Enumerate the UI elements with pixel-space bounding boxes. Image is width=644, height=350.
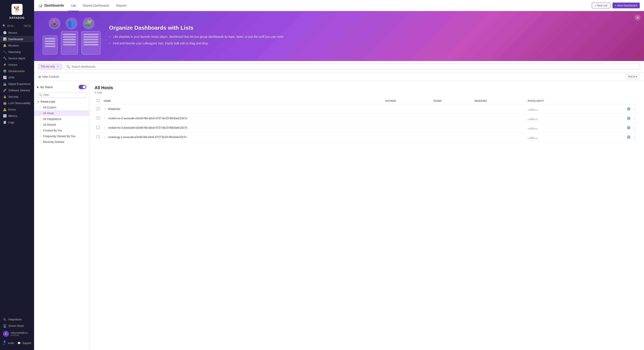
left-panel: ▶ My Teams 🔍 ▼ Preset Lists ☆ All Custom… xyxy=(34,81,90,350)
banner-close-button[interactable]: × xyxy=(635,15,640,21)
row-star-button[interactable]: ☆ xyxy=(104,135,106,139)
screen-share-icon: 🖥️ xyxy=(3,324,6,328)
row-teams-cell xyxy=(431,104,472,114)
row-more-icon[interactable]: ⋮ xyxy=(632,135,637,139)
sidebar-item-label: Metrics xyxy=(8,114,17,117)
software-delivery-icon: 🚀 xyxy=(3,89,6,92)
banner-illustration: 🕹️ 👥 🧩 xyxy=(42,18,100,55)
pop-bar xyxy=(533,118,534,120)
preset-list-item-all-shared[interactable]: ☆ All Shared xyxy=(34,122,89,127)
tab-shared-dashboards[interactable]: Shared Dashboards xyxy=(80,0,112,11)
select-all-checkbox[interactable] xyxy=(97,99,100,102)
sidebar-item-llm-observability[interactable]: 🤖 LLM Observability xyxy=(0,100,34,106)
popularity-bars xyxy=(528,107,589,111)
sidebar-nav: 🕐 Recent 📊 Dashboards 🔔 Monitors 🐾 Watch… xyxy=(0,30,34,314)
row-checkbox[interactable] xyxy=(97,117,100,119)
row-star-button[interactable]: ☆ xyxy=(104,117,106,120)
star-icon[interactable]: ☆ xyxy=(39,112,42,115)
row-checkbox[interactable] xyxy=(97,107,100,110)
row-checkbox[interactable] xyxy=(97,126,100,129)
global-search[interactable]: 🔍 Go to... ⌘ + K xyxy=(0,22,34,30)
app-logo-icon: 🐕 xyxy=(12,4,22,15)
sidebar-item-dashboards[interactable]: 📊 Dashboards xyxy=(0,36,34,42)
recent-icon: 🕐 xyxy=(3,31,6,34)
banner-cards xyxy=(42,31,100,55)
sidebar-item-software-delivery[interactable]: 🚀 Software Delivery xyxy=(0,87,34,93)
sidebar-item-support[interactable]: 💬 Support xyxy=(16,339,33,347)
pop-bar xyxy=(535,138,536,139)
pop-bar xyxy=(535,129,536,129)
sidebar-item-integrations[interactable]: 🔌 Integrations xyxy=(0,316,34,323)
panel-filter-input[interactable] xyxy=(44,93,84,96)
sidebar-item-security[interactable]: 🔒 Security xyxy=(0,93,34,100)
preset-lists-header[interactable]: ▼ Preset Lists xyxy=(34,99,89,104)
new-dashboard-button[interactable]: + New Dashboard xyxy=(612,3,640,8)
row-star-button[interactable]: ☆ xyxy=(104,107,106,111)
sidebar-item-label: Security xyxy=(8,95,18,98)
sidebar-item-monitors[interactable]: 🔔 Monitors xyxy=(0,42,34,49)
preset-list-item-frequently-viewed[interactable]: ☆ Frequently Viewed By You xyxy=(34,133,89,139)
star-icon[interactable]: ☆ xyxy=(39,106,42,109)
list-title: All Hosts xyxy=(94,85,639,90)
star-icon[interactable]: ☆ xyxy=(39,117,42,120)
star-icon[interactable]: ☆ xyxy=(39,135,42,138)
preset-list-item-recently-deleted[interactable]: ☆ Recently Deleted xyxy=(34,139,89,145)
row-modified-cell xyxy=(472,114,526,123)
row-more-icon[interactable]: ⋮ xyxy=(632,116,637,121)
preset-list-item-all-hosts[interactable]: ☆ All Hosts xyxy=(34,110,89,116)
preset-list-item-all-custom[interactable]: ☆ All Custom xyxy=(34,104,89,110)
row-settings-icon[interactable]: ⚙️ xyxy=(626,125,631,130)
sidebar-item-metrics[interactable]: 📉 Metrics xyxy=(0,113,34,119)
star-icon[interactable]: ☆ xyxy=(39,123,42,126)
star-icon[interactable]: ☆ xyxy=(39,129,42,132)
sidebar-item-infrastructure[interactable]: ⚙️ Infrastructure xyxy=(0,68,34,74)
sidebar-item-recent[interactable]: 🕐 Recent xyxy=(0,30,34,36)
my-teams-toggle[interactable] xyxy=(78,85,86,89)
row-settings-icon[interactable]: ⚙️ xyxy=(626,135,631,139)
user-org: exoscale xyxy=(11,334,30,336)
sidebar: 🐕 DATADOG 🔍 Go to... ⌘ + K 🕐 Recent 📊 Da… xyxy=(0,0,34,350)
preset-list-item-all-integrations[interactable]: ☆ All Integrations xyxy=(34,116,89,122)
row-actions-cell: ⚙️ ⋮ xyxy=(591,104,639,114)
sidebar-item-screen-share[interactable]: 🖥️ Screen Share xyxy=(0,323,34,329)
th-popularity: POPULARITY xyxy=(526,97,591,104)
pop-bar xyxy=(532,137,532,139)
tab-reports[interactable]: Reports xyxy=(113,0,130,11)
row-more-icon[interactable]: ⋮ xyxy=(632,106,637,111)
star-icon[interactable]: ☆ xyxy=(39,140,42,143)
row-settings-icon[interactable]: ⚙️ xyxy=(626,106,631,111)
row-checkbox[interactable] xyxy=(97,135,100,138)
sidebar-item-logs[interactable]: 📋 Logs xyxy=(0,119,34,125)
service-mgmt-icon: 🔧 xyxy=(3,57,6,60)
pop-bar xyxy=(535,110,536,111)
row-checkbox-cell xyxy=(94,104,102,114)
sidebar-item-watchdog[interactable]: 🐾 Watchdog xyxy=(0,49,34,55)
logs-icon: 📋 xyxy=(3,120,6,124)
sidebar-item-actions[interactable]: ⚡ Actions xyxy=(0,61,34,68)
sidebar-item-errors[interactable]: ⚠️ Errors xyxy=(0,106,34,113)
row-name-cell: ☆ firstserver xyxy=(102,104,383,114)
search-box[interactable]: 🔍 xyxy=(64,64,640,70)
table-row: ☆ firstserver ⚙️ ⋮ xyxy=(94,104,639,114)
new-list-button[interactable]: + New List xyxy=(592,3,610,8)
row-settings-icon[interactable]: ⚙️ xyxy=(626,116,631,121)
banner-title: Organize Dashboards with Lists xyxy=(109,25,636,31)
my-teams-row[interactable]: ▶ My Teams xyxy=(34,83,89,91)
row-more-icon[interactable]: ⋮ xyxy=(632,125,637,130)
row-name-cell: ☆ rocket-pg-1.exoscale-e3c9e78d-a5c6-472… xyxy=(102,132,383,142)
row-star-button[interactable]: ☆ xyxy=(104,126,106,129)
filter-tag-close-button[interactable]: × xyxy=(56,65,60,68)
search-input[interactable] xyxy=(72,65,638,68)
sidebar-item-apm[interactable]: 📈 APM xyxy=(0,74,34,81)
preset-list-item-created-by-you[interactable]: ☆ Created By You xyxy=(34,127,89,133)
user-info: chaymataii@out... exoscale xyxy=(11,331,30,336)
sidebar-item-service-mgmt[interactable]: 🔧 Service Mgmt xyxy=(0,55,34,61)
add-to-button[interactable]: Add to ▾ xyxy=(626,74,640,79)
dashboard-icon: 🕹️ xyxy=(48,18,60,30)
user-menu[interactable]: C chaymataii@out... exoscale xyxy=(0,329,34,338)
sidebar-item-invite[interactable]: 👤+ Invite xyxy=(1,339,16,347)
hide-controls-button[interactable]: ▤ Hide Controls xyxy=(38,75,59,78)
panel-filter-box[interactable]: 🔍 xyxy=(37,92,86,98)
sidebar-item-digital-experience[interactable]: 💻 Digital Experience xyxy=(0,81,34,87)
tab-list[interactable]: List xyxy=(68,0,79,11)
